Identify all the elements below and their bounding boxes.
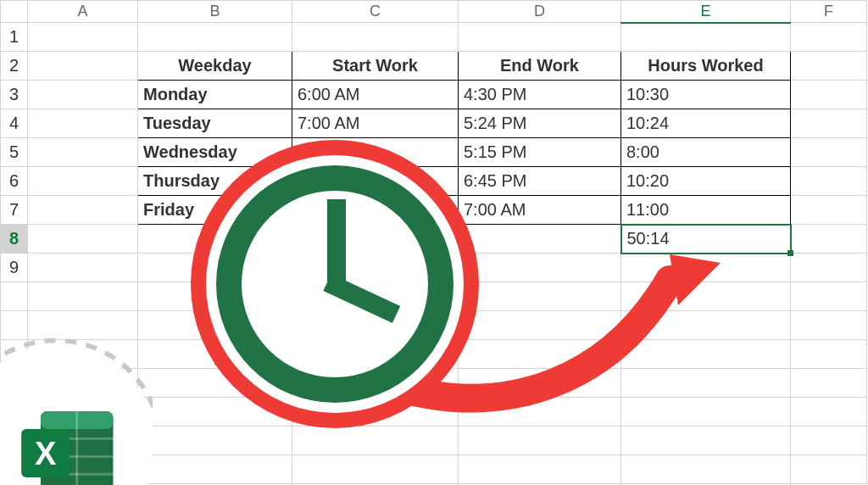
cell-hours-tue[interactable]: 10:24 [621,109,791,138]
cell-F9[interactable] [791,254,867,282]
cell-A8[interactable] [28,225,138,254]
col-header-C[interactable]: C [292,1,459,23]
cell-weekday-wed[interactable]: Wednesday [138,138,292,167]
col-header-F[interactable]: F [791,1,867,23]
row-header-5[interactable]: 5 [1,138,28,167]
cell-end-mon[interactable]: 4:30 PM [459,81,621,109]
row-header-1[interactable]: 1 [1,23,28,52]
cell-A6[interactable] [28,167,138,196]
cell-end-tue[interactable]: 5:24 PM [459,109,621,138]
corner-cell[interactable] [1,1,28,23]
row-header-9[interactable]: 9 [1,254,28,282]
cell-total-hours[interactable]: 50:14 [621,225,791,254]
header-start-work[interactable]: Start Work [292,52,459,81]
cell-B8[interactable] [138,225,292,254]
cell-end-wed[interactable]: 5:15 PM [459,138,621,167]
cell-F1[interactable] [791,23,867,52]
row-header-8[interactable]: 8 [1,225,28,254]
cell-D8[interactable] [459,225,621,254]
cell-hours-thu[interactable]: 10:20 [621,167,791,196]
cell-B9[interactable] [138,254,292,282]
cell-A3[interactable] [28,81,138,109]
cell-A4[interactable] [28,109,138,138]
row-header-blank[interactable] [1,282,28,311]
cell-start-thu[interactable] [292,167,459,196]
cell-weekday-mon[interactable]: Monday [138,81,292,109]
cell-hours-fri[interactable]: 11:00 [621,196,791,225]
cell-A1[interactable] [28,23,138,52]
row-header-3[interactable]: 3 [1,81,28,109]
excel-icon: X [0,332,153,485]
cell-F7[interactable] [791,196,867,225]
col-header-E[interactable]: E [621,1,791,23]
cell-A9[interactable] [28,254,138,282]
row-header-6[interactable]: 6 [1,167,28,196]
cell-hours-wed[interactable]: 8:00 [621,138,791,167]
cell-C8[interactable] [292,225,459,254]
row-header-7[interactable]: 7 [1,196,28,225]
cell-A2[interactable] [28,52,138,81]
cell-C1[interactable] [292,23,459,52]
cell-F2[interactable] [791,52,867,81]
col-header-D[interactable]: D [459,1,621,23]
row-header-4[interactable]: 4 [1,109,28,138]
cell-weekday-thu[interactable]: Thursday [138,167,292,196]
cell-A5[interactable] [28,138,138,167]
cell-F8[interactable] [791,225,867,254]
fill-handle[interactable] [787,250,793,256]
cell-hours-mon[interactable]: 10:30 [621,81,791,109]
cell-B1[interactable] [138,23,292,52]
col-header-A[interactable]: A [28,1,138,23]
cell-start-wed[interactable]: 9:15 AM [292,138,459,167]
cell-start-tue[interactable]: 7:00 AM [292,109,459,138]
svg-text:X: X [35,436,57,471]
cell-weekday-tue[interactable]: Tuesday [138,109,292,138]
cell-F6[interactable] [791,167,867,196]
header-weekday[interactable]: Weekday [138,52,292,81]
cell-E1[interactable] [621,23,791,52]
cell-F4[interactable] [791,109,867,138]
cell-F5[interactable] [791,138,867,167]
header-hours-worked[interactable]: Hours Worked [621,52,791,81]
col-header-B[interactable]: B [138,1,292,23]
cell-C9[interactable] [292,254,459,282]
cell-end-thu[interactable]: 6:45 PM [459,167,621,196]
row-header-2[interactable]: 2 [1,52,28,81]
cell-F3[interactable] [791,81,867,109]
header-end-work[interactable]: End Work [459,52,621,81]
cell-start-fri[interactable] [292,196,459,225]
cell-weekday-fri[interactable]: Friday [138,196,292,225]
cell-end-fri[interactable]: 7:00 AM [459,196,621,225]
cell-D1[interactable] [459,23,621,52]
cell-start-mon[interactable]: 6:00 AM [292,81,459,109]
cell-E9[interactable] [621,254,791,282]
cell-A7[interactable] [28,196,138,225]
cell-D9[interactable] [459,254,621,282]
